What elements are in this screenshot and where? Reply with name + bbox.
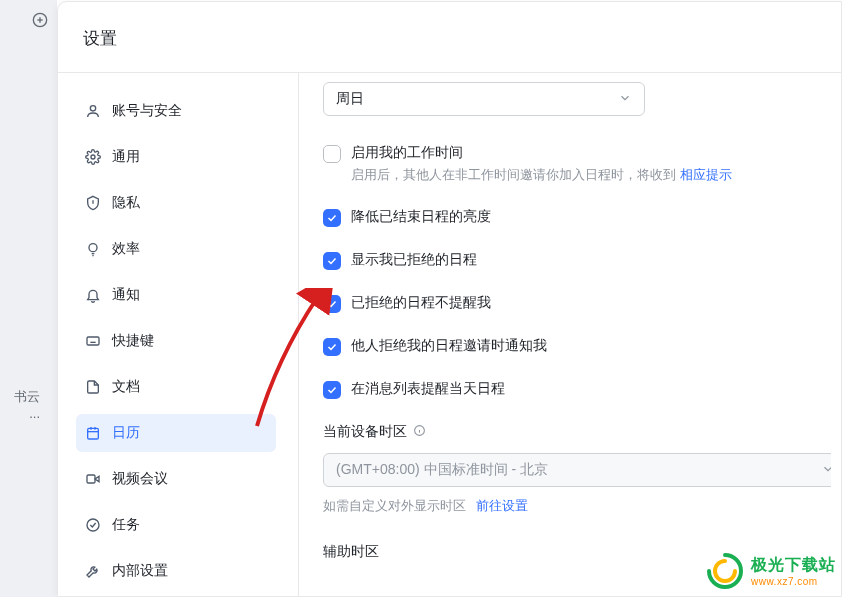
option-label: 启用我的工作时间: [351, 144, 732, 162]
work-hours-option[interactable]: 启用我的工作时间 启用后，其他人在非工作时间邀请你加入日程时，将收到 相应提示: [323, 144, 831, 184]
msg-list-remind-option[interactable]: 在消息列表提醒当天日程: [323, 380, 831, 399]
checkbox-checked-icon[interactable]: [323, 252, 341, 270]
sidebar-item-label: 日历: [112, 424, 140, 442]
sidebar-item-video[interactable]: 视频会议: [76, 460, 276, 498]
option-label: 他人拒绝我的日程邀请时通知我: [351, 337, 547, 355]
svg-point-3: [90, 106, 95, 111]
document-icon: [84, 378, 102, 396]
select-value: (GMT+08:00) 中国标准时间 - 北京: [336, 461, 548, 479]
timezone-hint: 如需自定义对外显示时区 前往设置: [323, 497, 831, 515]
checkbox-unchecked-icon[interactable]: [323, 145, 341, 163]
show-declined-option[interactable]: 显示我已拒绝的日程: [323, 251, 831, 270]
no-remind-declined-option[interactable]: 已拒绝的日程不提醒我: [323, 294, 831, 313]
sidebar-item-docs[interactable]: 文档: [76, 368, 276, 406]
sidebar-item-label: 隐私: [112, 194, 140, 212]
lightbulb-icon: [84, 240, 102, 258]
svg-point-6: [89, 244, 97, 252]
sidebar-item-internal[interactable]: 内部设置: [76, 552, 276, 590]
option-label: 已拒绝的日程不提醒我: [351, 294, 491, 312]
video-icon: [84, 470, 102, 488]
sidebar-item-general[interactable]: 通用: [76, 138, 276, 176]
sidebar-item-privacy[interactable]: 隐私: [76, 184, 276, 222]
sidebar-item-label: 通用: [112, 148, 140, 166]
add-icon[interactable]: [32, 12, 48, 31]
sidebar-item-label: 视频会议: [112, 470, 168, 488]
user-icon: [84, 102, 102, 120]
shield-icon: [84, 194, 102, 212]
page-title: 设置: [83, 27, 117, 50]
week-start-select[interactable]: 周日: [323, 82, 645, 116]
calendar-icon: [84, 424, 102, 442]
sidebar-item-label: 账号与安全: [112, 102, 182, 120]
svg-point-19: [87, 519, 99, 531]
settings-panel: 设置 账号与安全 通用 隐私 效率: [57, 1, 842, 597]
timezone-select[interactable]: (GMT+08:00) 中国标准时间 - 北京: [323, 453, 831, 487]
notify-on-decline-option[interactable]: 他人拒绝我的日程邀请时通知我: [323, 337, 831, 356]
sidebar-item-label: 效率: [112, 240, 140, 258]
timezone-section-label: 当前设备时区: [323, 423, 831, 441]
sidebar-item-account[interactable]: 账号与安全: [76, 92, 276, 130]
keyboard-icon: [84, 332, 102, 350]
select-value: 周日: [336, 90, 364, 108]
sidebar-item-notifications[interactable]: 通知: [76, 276, 276, 314]
sidebar-item-label: 快捷键: [112, 332, 154, 350]
sidebar-item-label: 任务: [112, 516, 140, 534]
option-label: 显示我已拒绝的日程: [351, 251, 477, 269]
sidebar-item-efficiency[interactable]: 效率: [76, 230, 276, 268]
svg-rect-9: [87, 337, 99, 345]
sidebar-item-label: 通知: [112, 286, 140, 304]
sidebar-item-tasks[interactable]: 任务: [76, 506, 276, 544]
dim-ended-option[interactable]: 降低已结束日程的亮度: [323, 208, 831, 227]
info-icon[interactable]: [413, 424, 426, 440]
aux-timezone-label: 辅助时区: [323, 543, 831, 561]
chevron-down-icon: [821, 462, 831, 479]
checkbox-checked-icon[interactable]: [323, 295, 341, 313]
checkbox-checked-icon[interactable]: [323, 381, 341, 399]
calendar-settings-content: 周日 启用我的工作时间 启用后，其他人在非工作时间邀请你加入日程时，将收到 相应…: [323, 82, 831, 596]
chevron-down-icon: [618, 91, 632, 108]
svg-point-4: [91, 155, 95, 159]
option-label: 降低已结束日程的亮度: [351, 208, 491, 226]
sidebar-item-calendar[interactable]: 日历: [76, 414, 276, 452]
check-circle-icon: [84, 516, 102, 534]
checkbox-checked-icon[interactable]: [323, 338, 341, 356]
sidebar-item-label: 文档: [112, 378, 140, 396]
option-label: 在消息列表提醒当天日程: [351, 380, 505, 398]
cloud-doc-label: 书云 ...: [0, 388, 40, 421]
gear-icon: [84, 148, 102, 166]
hint-link[interactable]: 相应提示: [680, 167, 732, 182]
sidebar-item-shortcuts[interactable]: 快捷键: [76, 322, 276, 360]
wrench-icon: [84, 562, 102, 580]
svg-rect-14: [88, 428, 99, 439]
goto-settings-link[interactable]: 前往设置: [476, 498, 528, 513]
checkbox-checked-icon[interactable]: [323, 209, 341, 227]
sidebar-item-label: 内部设置: [112, 562, 168, 580]
settings-sidebar: 账号与安全 通用 隐私 效率 通知: [76, 92, 276, 597]
option-description: 启用后，其他人在非工作时间邀请你加入日程时，将收到 相应提示: [351, 166, 732, 184]
bell-icon: [84, 286, 102, 304]
